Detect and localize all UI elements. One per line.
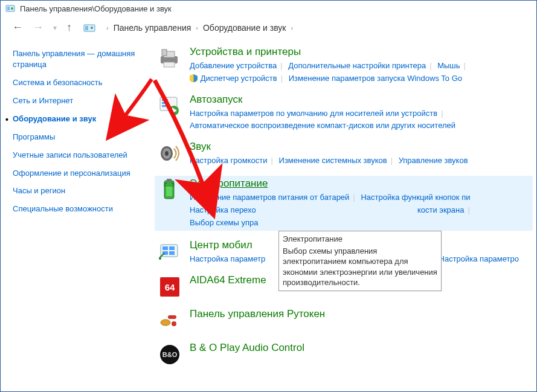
svg-point-27 bbox=[159, 257, 161, 260]
sidebar-item-system[interactable]: Система и безопасность bbox=[13, 78, 149, 88]
control-panel-icon bbox=[5, 4, 16, 13]
main-area: Панель управления — домашняя страница Си… bbox=[1, 40, 536, 376]
autoplay-icon bbox=[157, 94, 182, 119]
sidebar-item-clock[interactable]: Часы и регион bbox=[13, 186, 149, 196]
content: Устройства и принтеры Добавление устройс… bbox=[155, 46, 536, 376]
sidebar: Панель управления — домашняя страница Си… bbox=[1, 46, 155, 376]
category-sound: Звук Настройка громкости| Изменение сист… bbox=[155, 141, 533, 167]
link-mobility-settings2[interactable]: Настройка параметро bbox=[439, 254, 519, 263]
sidebar-home-link[interactable]: Панель управления — домашняя страница bbox=[13, 48, 149, 69]
link-brightness[interactable]: кости экрана bbox=[417, 205, 465, 214]
svg-rect-13 bbox=[162, 105, 168, 107]
category-title-bo[interactable]: B & O Play Audio Control bbox=[190, 342, 533, 354]
sidebar-item-hardware[interactable]: Оборудование и звук bbox=[13, 114, 149, 124]
sidebar-item-network[interactable]: Сеть и Интернет bbox=[13, 96, 149, 106]
aida64-icon: 64 bbox=[157, 274, 182, 300]
svg-rect-1 bbox=[7, 7, 10, 10]
svg-rect-12 bbox=[162, 102, 168, 104]
svg-point-28 bbox=[161, 320, 170, 326]
category-links-devices: Добавление устройства| Дополнительные на… bbox=[190, 60, 533, 85]
bo-icon: B&O bbox=[157, 342, 182, 367]
speaker-icon bbox=[157, 141, 182, 166]
rutoken-icon bbox=[157, 308, 182, 333]
svg-point-18 bbox=[165, 151, 169, 156]
breadcrumb-current[interactable]: Оборудование и звук bbox=[203, 23, 286, 33]
link-device-manager[interactable]: Диспетчер устройств bbox=[201, 74, 277, 83]
svg-rect-21 bbox=[166, 187, 172, 196]
forward-arrow-icon[interactable]: → bbox=[31, 21, 45, 34]
svg-rect-23 bbox=[162, 246, 168, 250]
category-links-sound: Настройка громкости| Изменение системных… bbox=[190, 155, 533, 167]
sidebar-item-accounts[interactable]: Учетные записи пользователей bbox=[13, 150, 149, 161]
navbar: ← → ▾ ↑ › Панель управления › Оборудован… bbox=[1, 16, 536, 40]
sidebar-item-programs[interactable]: Программы bbox=[13, 132, 149, 143]
link-windows-togo[interactable]: Изменение параметров запуска Windows To … bbox=[289, 74, 462, 83]
back-arrow-icon[interactable]: ← bbox=[10, 21, 25, 34]
window-title: Панель управления\Оборудование и звук bbox=[20, 4, 172, 13]
category-title-autoplay[interactable]: Автозапуск bbox=[190, 94, 533, 106]
up-arrow-icon[interactable]: ↑ bbox=[65, 21, 74, 34]
breadcrumb-root[interactable]: Панель управления bbox=[114, 23, 191, 33]
chevron-right-icon[interactable]: › bbox=[291, 24, 293, 31]
tooltip: Электропитание Выбор схемы управления эл… bbox=[278, 231, 442, 291]
category-title-power[interactable]: Электропитание bbox=[190, 178, 533, 190]
category-autoplay: Автозапуск Настройка параметров по умолч… bbox=[155, 94, 533, 133]
category-title-rutoken[interactable]: Панель управления Рутокен bbox=[190, 308, 533, 320]
link-system-sounds[interactable]: Изменение системных звуков bbox=[279, 156, 387, 165]
svg-rect-8 bbox=[164, 62, 175, 67]
breadcrumb-icon bbox=[83, 22, 97, 33]
link-printer-settings[interactable]: Дополнительные настройки принтера bbox=[288, 61, 426, 70]
printer-icon bbox=[157, 46, 182, 71]
link-mouse[interactable]: Мышь bbox=[437, 61, 460, 70]
category-title-sound[interactable]: Звук bbox=[190, 141, 533, 153]
link-cd-autoplay[interactable]: Автоматическое воспроизведение компакт-д… bbox=[190, 121, 455, 130]
chevron-right-icon[interactable]: › bbox=[106, 24, 109, 31]
svg-rect-29 bbox=[168, 315, 176, 319]
breadcrumb: › Панель управления › Оборудование и зву… bbox=[106, 23, 293, 33]
shield-icon bbox=[190, 74, 198, 82]
category-title-devices[interactable]: Устройства и принтеры bbox=[190, 46, 533, 58]
category-rutoken: Панель управления Рутокен bbox=[155, 308, 533, 333]
svg-point-30 bbox=[172, 321, 176, 326]
titlebar: Панель управления\Оборудование и звук bbox=[1, 1, 536, 16]
svg-rect-9 bbox=[162, 50, 167, 56]
svg-point-5 bbox=[91, 27, 93, 29]
link-sleep-settings[interactable]: Настройка перехо bbox=[190, 205, 256, 214]
svg-point-2 bbox=[11, 7, 13, 10]
tooltip-body: Выбор схемы управления электропитанием к… bbox=[283, 246, 437, 288]
svg-rect-20 bbox=[167, 179, 172, 182]
link-manage-sounds[interactable]: Управление звуков bbox=[399, 156, 468, 165]
tooltip-title: Электропитание bbox=[283, 234, 437, 245]
link-add-device[interactable]: Добавление устройства bbox=[190, 61, 277, 70]
sidebar-item-appearance[interactable]: Оформление и персонализация bbox=[13, 169, 149, 179]
svg-rect-11 bbox=[162, 99, 168, 101]
category-links-power: Изменение параметров питания от батарей|… bbox=[190, 191, 533, 229]
sidebar-item-accessibility[interactable]: Специальные возможности bbox=[13, 204, 149, 214]
mobility-icon bbox=[157, 239, 182, 265]
link-mobility-settings[interactable]: Настройка параметр bbox=[190, 254, 265, 263]
category-bo: B&O B & O Play Audio Control bbox=[155, 342, 533, 367]
link-power-plan[interactable]: Выбор схемы упра bbox=[190, 218, 259, 227]
link-volume[interactable]: Настройка громкости bbox=[190, 156, 268, 165]
battery-icon bbox=[157, 178, 182, 203]
category-devices: Устройства и принтеры Добавление устройс… bbox=[155, 46, 533, 85]
category-power: Электропитание Изменение параметров пита… bbox=[155, 176, 533, 231]
category-links-autoplay: Настройка параметров по умолчанию для но… bbox=[190, 108, 533, 133]
svg-rect-4 bbox=[85, 26, 88, 30]
history-dropdown-icon[interactable]: ▾ bbox=[51, 24, 59, 32]
link-battery-settings[interactable]: Изменение параметров питания от батарей bbox=[190, 193, 349, 202]
link-button-functions[interactable]: Настройка функций кнопок пи bbox=[361, 193, 470, 202]
link-media-defaults[interactable]: Настройка параметров по умолчанию для но… bbox=[190, 109, 437, 118]
chevron-right-icon[interactable]: › bbox=[196, 24, 198, 31]
svg-rect-24 bbox=[169, 246, 175, 250]
svg-rect-26 bbox=[169, 251, 175, 255]
